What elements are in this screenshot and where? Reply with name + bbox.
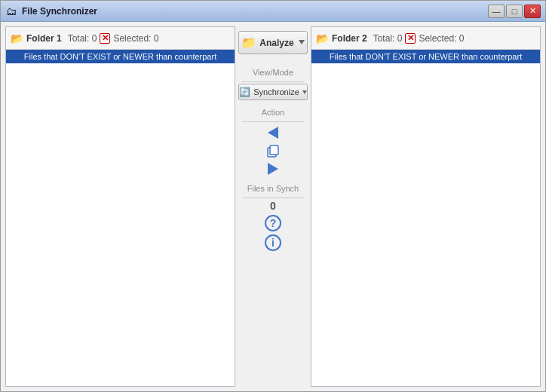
copy-icon [265, 143, 281, 158]
sync-icon: 🔄 [239, 87, 250, 97]
arrow-left-button[interactable] [262, 124, 284, 142]
maximize-button[interactable]: □ [506, 5, 523, 18]
arrow-right-button[interactable] [262, 160, 284, 178]
files-in-synch-label: Files in Synch [238, 184, 308, 193]
middle-section: View/Mode 🔄 Synchronize Action [238, 62, 308, 251]
left-panel: 📂 Folder 1 Total: 0 ✕ Selected: 0 Files … [5, 26, 235, 387]
analyze-label: Analyze [259, 38, 293, 48]
right-selected-label: Selected: 0 [419, 33, 464, 44]
sync-dropdown-arrow [302, 90, 307, 94]
synchronize-button[interactable]: 🔄 Synchronize [238, 84, 308, 100]
action-label: Action [238, 108, 308, 117]
right-folder-label[interactable]: Folder 2 [332, 33, 367, 44]
right-clear-button[interactable]: ✕ [405, 33, 416, 44]
analyze-dropdown-arrow [299, 40, 305, 46]
files-in-synch-divider [242, 198, 305, 198]
help-question-button[interactable]: ? [265, 215, 281, 231]
analyze-icon: 📁 [241, 35, 256, 50]
right-total-label: Total: 0 [373, 33, 403, 44]
analyze-section: 📁 Analyze [238, 31, 308, 54]
arrow-left-icon [268, 127, 278, 139]
main-content: 📂 Folder 1 Total: 0 ✕ Selected: 0 Files … [1, 22, 545, 391]
synchronize-label: Synchronize [253, 87, 299, 96]
right-panel-filter: Files that DON'T EXIST or NEWER than cou… [311, 50, 540, 63]
left-clear-button[interactable]: ✕ [100, 33, 110, 44]
view-mode-divider [242, 81, 305, 82]
files-in-synch-count: 0 [270, 200, 276, 212]
left-panel-filter: Files that DON'T EXIST or NEWER than cou… [6, 50, 235, 63]
middle-column: 📁 Analyze View/Mode 🔄 Synchronize Action [235, 26, 311, 387]
left-panel-header: 📂 Folder 1 Total: 0 ✕ Selected: 0 [6, 27, 235, 50]
help-info-button[interactable]: i [265, 234, 281, 251]
close-button[interactable]: ✕ [524, 5, 541, 18]
left-folder-icon: 📂 [11, 32, 23, 44]
action-divider [242, 121, 305, 122]
copy-button[interactable] [262, 142, 284, 160]
analyze-button[interactable]: 📁 Analyze [238, 31, 308, 54]
arrow-right-icon [268, 163, 278, 175]
view-mode-label: View/Mode [238, 68, 308, 77]
left-selected-label: Selected: 0 [113, 33, 158, 44]
title-bar: 🗂 File Synchronizer — □ ✕ [1, 1, 545, 22]
left-total-label: Total: 0 [68, 33, 97, 44]
app-icon: 🗂 [5, 5, 17, 17]
left-folder-label[interactable]: Folder 1 [26, 33, 62, 44]
main-window: 🗂 File Synchronizer — □ ✕ 📂 Folder 1 Tot… [0, 0, 546, 392]
window-controls: — □ ✕ [488, 5, 541, 18]
svg-rect-1 [270, 145, 278, 155]
minimize-button[interactable]: — [488, 5, 505, 18]
right-panel: 📂 Folder 2 Total: 0 ✕ Selected: 0 Files … [311, 26, 541, 387]
right-panel-header: 📂 Folder 2 Total: 0 ✕ Selected: 0 [311, 27, 540, 50]
right-panel-body [311, 63, 540, 386]
right-folder-icon: 📂 [316, 32, 329, 44]
window-title: File Synchronizer [22, 6, 483, 17]
left-panel-body [6, 63, 235, 386]
